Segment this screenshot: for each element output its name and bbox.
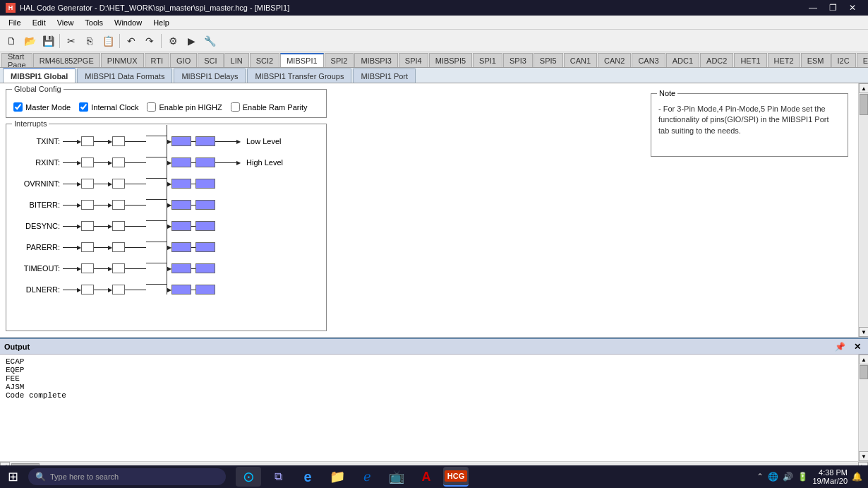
- tab-sci[interactable]: SCI: [198, 53, 223, 67]
- tab-rm46l852pge[interactable]: RM46L852PGE: [33, 53, 100, 67]
- minimize-button[interactable]: —: [803, 0, 823, 16]
- toolbar-open[interactable]: 📂: [21, 32, 38, 49]
- notification-icon[interactable]: 🔔: [852, 472, 862, 482]
- rxint-box1[interactable]: [81, 157, 94, 167]
- menu-help[interactable]: Help: [147, 17, 175, 28]
- parerr-box-blue2[interactable]: [195, 242, 215, 252]
- output-close-button[interactable]: ✕: [851, 341, 864, 352]
- toolbar-build[interactable]: ▶: [183, 32, 200, 49]
- biterr-box2[interactable]: [112, 200, 125, 210]
- menu-tools[interactable]: Tools: [79, 17, 109, 28]
- parerr-box1[interactable]: [81, 242, 94, 252]
- tab-sci2[interactable]: SCI2: [250, 53, 279, 67]
- txint-box1[interactable]: [81, 136, 94, 146]
- biterr-box-blue1[interactable]: [171, 200, 191, 210]
- dlnerr-box-blue2[interactable]: [195, 285, 215, 294]
- menu-file[interactable]: File: [3, 17, 27, 28]
- output-scroll-thumb[interactable]: [860, 365, 868, 379]
- dlnerr-box1[interactable]: [81, 285, 94, 294]
- tab-spi4[interactable]: SPI4: [399, 53, 428, 67]
- tab-spi5[interactable]: SPI5: [534, 53, 563, 67]
- taskbar-edge[interactable]: e: [295, 467, 320, 487]
- tab-mibspi5[interactable]: MIBSPI5: [429, 53, 472, 67]
- taskbar-ie[interactable]: ℯ: [354, 467, 380, 487]
- tab-spi3[interactable]: SPI3: [503, 53, 533, 67]
- internal-clock-input[interactable]: [79, 102, 88, 112]
- output-pin-button[interactable]: 📌: [832, 341, 848, 352]
- taskbar-hcg[interactable]: HCG: [443, 467, 469, 487]
- taskbar-media[interactable]: 📺: [384, 467, 409, 487]
- subtab-transfergroups[interactable]: MIBSPI1 Transfer Groups: [247, 69, 351, 83]
- start-button[interactable]: ⊞: [0, 465, 25, 488]
- taskbar-cortana[interactable]: ⊙: [236, 467, 261, 487]
- enable-ram-parity-checkbox[interactable]: Enable Ram Parity: [231, 102, 308, 112]
- network-icon[interactable]: 🌐: [768, 472, 778, 482]
- toolbar-new[interactable]: 🗋: [3, 32, 20, 49]
- master-mode-input[interactable]: [13, 102, 23, 112]
- taskbar-taskview[interactable]: ⧉: [265, 467, 291, 487]
- txint-box-blue2[interactable]: [195, 136, 215, 146]
- taskbar-acrobat[interactable]: A: [414, 467, 439, 487]
- subtab-dataformats[interactable]: MIBSPI1 Data Formats: [77, 69, 172, 83]
- tab-pinmux[interactable]: PINMUX: [101, 53, 144, 67]
- toolbar-undo[interactable]: ↶: [123, 32, 140, 49]
- menu-edit[interactable]: Edit: [27, 17, 52, 28]
- subtab-global[interactable]: MIBSPI1 Global: [3, 69, 76, 83]
- battery-icon[interactable]: 🔋: [797, 472, 808, 482]
- timeout-box-blue1[interactable]: [171, 263, 191, 273]
- enable-pin-highz-input[interactable]: [147, 102, 156, 112]
- rxint-box-blue2[interactable]: [195, 157, 215, 167]
- ovrnint-box2[interactable]: [112, 179, 125, 189]
- menu-view[interactable]: View: [52, 17, 80, 28]
- dlnerr-box2[interactable]: [112, 285, 125, 294]
- tab-het1[interactable]: HET1: [734, 53, 766, 67]
- scroll-thumb[interactable]: [860, 94, 868, 115]
- internal-clock-checkbox[interactable]: Internal Clock: [79, 102, 138, 112]
- enable-pin-highz-checkbox[interactable]: Enable pin HIGHZ: [147, 102, 222, 112]
- output-scroll-up[interactable]: ▲: [859, 355, 868, 364]
- ovrnint-box-blue2[interactable]: [195, 179, 215, 189]
- scroll-down-button[interactable]: ▼: [859, 327, 868, 337]
- tab-startpage[interactable]: Start Page: [1, 53, 32, 67]
- tab-lin[interactable]: LIN: [224, 53, 249, 67]
- taskbar-explorer[interactable]: 📁: [325, 467, 350, 487]
- tab-rti[interactable]: RTI: [145, 53, 170, 67]
- tab-spi1[interactable]: SPI1: [473, 53, 502, 67]
- tab-adc2[interactable]: ADC2: [700, 53, 733, 67]
- sys-time[interactable]: 4:38 PM 19/Mar/20: [812, 468, 848, 485]
- subtab-port[interactable]: MIBSPI1 Port: [353, 69, 416, 83]
- biterr-box1[interactable]: [81, 200, 94, 210]
- volume-icon[interactable]: 🔊: [783, 472, 793, 482]
- enable-ram-parity-input[interactable]: [231, 102, 240, 112]
- master-mode-checkbox[interactable]: Master Mode: [13, 102, 71, 112]
- toolbar-settings[interactable]: 🔧: [201, 32, 218, 49]
- menu-window[interactable]: Window: [109, 17, 147, 28]
- rxint-box2[interactable]: [112, 157, 125, 167]
- scroll-up-button[interactable]: ▲: [859, 83, 868, 93]
- rxint-box-blue1[interactable]: [171, 157, 191, 167]
- tray-arrow-icon[interactable]: ⌃: [757, 472, 764, 482]
- toolbar-copy[interactable]: ⎘: [81, 32, 98, 49]
- tab-emac[interactable]: EMAC: [857, 53, 868, 67]
- toolbar-save[interactable]: 💾: [40, 32, 56, 49]
- txint-box-blue1[interactable]: [171, 136, 191, 146]
- desync-box2[interactable]: [112, 221, 125, 231]
- tab-mibspi1[interactable]: MIBSPI1: [280, 53, 323, 67]
- tab-i2c[interactable]: I2C: [831, 53, 856, 67]
- tab-can2[interactable]: CAN2: [598, 53, 631, 67]
- timeout-box2[interactable]: [112, 263, 125, 273]
- tab-het2[interactable]: HET2: [768, 53, 800, 67]
- dlnerr-box-blue1[interactable]: [171, 285, 191, 294]
- ovrnint-box1[interactable]: [81, 179, 94, 189]
- search-bar[interactable]: 🔍 Type here to search: [28, 468, 226, 485]
- toolbar-cut[interactable]: ✂: [63, 32, 80, 49]
- subtab-delays[interactable]: MIBSPI1 Delays: [174, 69, 246, 83]
- tab-mibspi3[interactable]: MIBSPI3: [354, 53, 397, 67]
- desync-box-blue2[interactable]: [195, 221, 215, 231]
- parerr-box-blue1[interactable]: [171, 242, 191, 252]
- tab-adc1[interactable]: ADC1: [666, 53, 699, 67]
- toolbar-generate[interactable]: ⚙: [164, 32, 181, 49]
- toolbar-redo[interactable]: ↷: [141, 32, 158, 49]
- desync-box1[interactable]: [81, 221, 94, 231]
- tab-gio[interactable]: GIO: [170, 53, 197, 67]
